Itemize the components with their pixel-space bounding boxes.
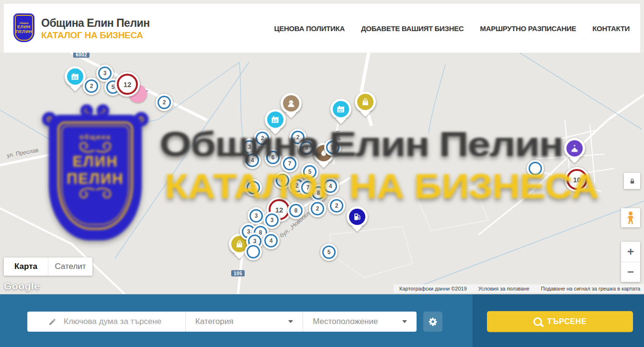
cluster-marker[interactable]: 5 <box>324 139 341 156</box>
cluster-marker[interactable]: 2 <box>245 179 262 196</box>
cluster-marker[interactable]: 4 <box>322 178 339 195</box>
zoom-in-button[interactable]: + <box>621 242 640 262</box>
search-icon <box>533 317 542 326</box>
search-bar: Категория Местоположение ТЪРСЕНЕ <box>0 294 644 347</box>
cluster-marker[interactable]: 3 <box>248 207 265 224</box>
cluster-marker[interactable]: 8 <box>287 202 305 219</box>
map-type-satellite-button[interactable]: Сателит <box>48 257 92 276</box>
logo-top-text: община <box>19 22 28 24</box>
fuel-icon <box>352 212 362 222</box>
location-select-label: Местоположение <box>313 317 378 326</box>
search-fields-group: Категория Местоположение <box>27 312 417 332</box>
map-pin-worker[interactable] <box>281 93 302 114</box>
page: община ЕЛИН ПЕЛИН Община Елин Пелин КАТА… <box>0 0 644 347</box>
location-select[interactable]: Местоположение <box>303 312 417 332</box>
nav-route-schedule[interactable]: МАРШРУТНО РАЗПИСАНИЕ <box>480 24 576 33</box>
road-number-badge: 105 <box>231 270 245 277</box>
map-pin-factory[interactable] <box>265 109 286 130</box>
road-number-badge: 6002 <box>73 53 90 58</box>
gear-icon <box>428 317 438 327</box>
advanced-settings-button[interactable] <box>423 312 442 332</box>
cluster-marker[interactable]: 5 <box>320 244 338 261</box>
main-nav: ЦЕНОВА ПОЛИТИКА ДОБАВЕТЕ ВАШИЯТ БИЗНЕС М… <box>274 4 630 53</box>
map[interactable]: 6002105ул. Преславбул. „Новоселции325122… <box>0 53 644 294</box>
cluster-marker[interactable]: 5 <box>301 163 318 180</box>
keyword-field[interactable] <box>27 312 186 332</box>
map-pin-church[interactable] <box>564 138 585 159</box>
factory-icon <box>70 72 80 81</box>
cluster-marker[interactable]: 2 <box>83 78 100 95</box>
chevron-down-icon <box>402 320 407 323</box>
attribution-terms-link[interactable]: Условия за ползване <box>478 286 530 291</box>
nav-pricing-policy[interactable]: ЦЕНОВА ПОЛИТИКА <box>274 24 345 33</box>
attribution-copyright: Картографски данни ©2019 <box>399 286 467 291</box>
google-logo[interactable]: Google <box>4 280 40 292</box>
zoom-out-button[interactable]: − <box>621 262 640 282</box>
keyword-input[interactable] <box>63 316 168 327</box>
logo-line2: ПЕЛИН <box>16 30 32 34</box>
cluster-marker[interactable]: 3 <box>298 139 315 157</box>
map-pin-fuel[interactable] <box>347 206 368 227</box>
attribution-report-error-link[interactable]: Подаване на сигнал за грешка в картата <box>541 286 640 291</box>
logo-line1: ЕЛИН <box>17 25 30 29</box>
factory-icon <box>271 115 280 124</box>
map-pin-bag[interactable] <box>355 91 376 112</box>
search-button-label: ТЪРСЕНЕ <box>547 317 587 326</box>
cluster-marker[interactable]: 2 <box>309 200 326 217</box>
cluster-marker[interactable] <box>527 160 544 177</box>
nav-add-your-business[interactable]: ДОБАВЕТЕ ВАШИЯТ БИЗНЕС <box>361 24 463 33</box>
street-view-pegman-button[interactable] <box>621 208 640 227</box>
church-icon <box>570 144 579 153</box>
cluster-marker[interactable]: 4 <box>262 232 280 249</box>
category-select-label: Категория <box>195 317 233 326</box>
zoom-control: + − <box>621 242 640 282</box>
chevron-down-icon <box>288 320 293 323</box>
cluster-marker[interactable]: 10 <box>565 167 589 192</box>
search-button[interactable]: ТЪРСЕНЕ <box>487 311 633 332</box>
category-select[interactable]: Категория <box>186 312 303 332</box>
cluster-marker[interactable]: 2 <box>156 94 173 111</box>
site-title: Община Елин Пелин <box>41 17 150 30</box>
header: община ЕЛИН ПЕЛИН Община Елин Пелин КАТА… <box>4 4 640 53</box>
bag-icon <box>235 239 244 249</box>
cluster-marker[interactable]: 6 <box>264 149 282 166</box>
cluster-marker[interactable]: 4 <box>244 152 261 169</box>
cluster-marker[interactable] <box>245 243 262 260</box>
cluster-marker[interactable]: 12 <box>115 72 140 97</box>
nav-contacts[interactable]: КОНТАКТИ <box>592 24 630 33</box>
factory-icon <box>336 104 346 114</box>
map-type-control: Карта Сателит <box>4 257 92 276</box>
lock-icon <box>629 178 636 185</box>
site-subtitle: КАТАЛОГ НА БИЗНЕСА <box>41 30 143 41</box>
pencil-icon <box>48 318 56 326</box>
bag-icon <box>361 97 370 107</box>
map-attribution: Картографски данни ©2019 Условия за полз… <box>394 284 644 293</box>
worker-icon <box>286 99 296 108</box>
cluster-marker[interactable]: 7 <box>281 155 298 172</box>
pegman-icon <box>625 211 636 224</box>
map-type-map-button[interactable]: Карта <box>4 257 48 276</box>
municipality-logo[interactable]: община ЕЛИН ПЕЛИН <box>13 13 34 42</box>
map-pin-factory[interactable] <box>330 99 351 120</box>
lock-button[interactable] <box>624 173 640 189</box>
cluster-marker[interactable]: 2 <box>328 197 345 214</box>
